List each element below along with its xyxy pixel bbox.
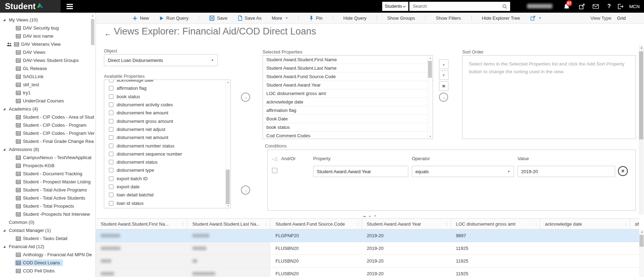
- column-menu-icon[interactable]: ⋮: [181, 221, 186, 227]
- available-property[interactable]: loan id status: [104, 199, 230, 207]
- checkbox[interactable]: [109, 193, 113, 197]
- query-panel-scrollbar[interactable]: ▲: [639, 45, 644, 215]
- messages-button[interactable]: [592, 3, 599, 10]
- checkbox[interactable]: [109, 119, 113, 124]
- column-menu-icon[interactable]: ⋮: [534, 221, 538, 227]
- sidebar-item[interactable]: DAV Security bug: [0, 24, 95, 32]
- available-property[interactable]: disbursement activity codes: [104, 101, 230, 109]
- selected-property[interactable]: Student Award.Student.Last Name: [263, 64, 433, 73]
- sidebar-item[interactable]: Student - Total Prospects: [0, 202, 95, 210]
- sidebar-item[interactable]: SAGLLink: [0, 73, 95, 81]
- scroll-down-icon[interactable]: ▼: [429, 135, 432, 138]
- sidebar-group[interactable]: ◢Admissions (8): [0, 145, 95, 153]
- help-button[interactable]: ?: [606, 3, 613, 10]
- save-button[interactable]: Save: [209, 15, 228, 21]
- scrollbar-thumb[interactable]: [639, 235, 644, 247]
- sidebar-item[interactable]: DAV test name: [0, 32, 95, 40]
- sidebar-item[interactable]: Student -Prospects Not Interview: [0, 210, 95, 218]
- context-selector[interactable]: Students: [382, 2, 408, 11]
- save-as-button[interactable]: Save As: [238, 15, 262, 21]
- available-property[interactable]: disbursement status: [104, 158, 230, 166]
- selected-property[interactable]: acknowledge date: [263, 98, 433, 106]
- available-property[interactable]: acknowledge date: [104, 80, 230, 84]
- hide-query-button[interactable]: Hide Query: [343, 15, 367, 21]
- condition-operator-select[interactable]: equals ▼: [412, 166, 514, 177]
- checkbox[interactable]: [109, 176, 113, 181]
- sidebar-item[interactable]: DAV-Views Student Groups: [0, 56, 95, 64]
- add-condition-row-icon[interactable]: [272, 157, 278, 163]
- view-type-value[interactable]: Grid: [617, 15, 626, 21]
- scroll-up-icon[interactable]: ▲: [640, 230, 643, 233]
- expander-icon[interactable]: ◢: [3, 19, 6, 21]
- selected-property[interactable]: Cod Comment Codes: [263, 132, 433, 139]
- more-button[interactable]: More▼: [272, 15, 288, 21]
- share-external-button[interactable]: [578, 3, 585, 10]
- sidebar-item[interactable]: Student - Document Tracking: [0, 170, 95, 178]
- checkbox[interactable]: [109, 94, 113, 99]
- scroll-down-icon[interactable]: ▼: [227, 204, 229, 207]
- sidebar-item[interactable]: DAV Views: [0, 48, 95, 56]
- open-new-window-button[interactable]: ▼: [530, 15, 541, 21]
- sidebar-item[interactable]: Student - CIP Codes - Program Ver: [0, 129, 95, 137]
- sidebar-item[interactable]: Student - Tasks Detail: [0, 234, 95, 243]
- sidebar-group[interactable]: ◢Academics (4): [0, 105, 95, 113]
- available-property[interactable]: disbursement gross amount: [104, 117, 230, 125]
- available-property[interactable]: disbursement fee amount: [104, 109, 230, 117]
- sidebar-item[interactable]: Student - CIP Codes - Program: [0, 121, 95, 129]
- hide-explorer-tree-button[interactable]: Hide Explorer Tree: [482, 15, 520, 21]
- sidebar-item[interactable]: DAV Veterans View: [0, 40, 95, 48]
- run-query-button[interactable]: Run Query: [159, 15, 188, 21]
- checkbox[interactable]: [109, 111, 113, 115]
- checkbox[interactable]: [109, 168, 113, 172]
- checkbox[interactable]: [109, 135, 113, 140]
- sidebar-group[interactable]: ◢Financial Aid (12): [0, 243, 95, 251]
- column-menu-icon[interactable]: ⋮: [355, 221, 360, 227]
- condition-row-checkbox[interactable]: [272, 168, 277, 173]
- sidebar-scrollbar-thumb[interactable]: [91, 19, 94, 45]
- checkbox[interactable]: [109, 201, 113, 206]
- show-filters-button[interactable]: Show Filters: [436, 15, 461, 21]
- checkbox[interactable]: [109, 160, 113, 164]
- available-property[interactable]: export batch ID: [104, 175, 230, 183]
- sidebar-item[interactable]: CampusNexus - TestViewApplicat: [0, 153, 95, 162]
- scrollbar-thumb[interactable]: [226, 170, 230, 204]
- remove-property-button[interactable]: ✕: [439, 81, 448, 91]
- selected-property[interactable]: Student Award.Student.First Name: [263, 56, 433, 64]
- move-property-down-button[interactable]: ▼: [439, 70, 448, 80]
- sidebar-item[interactable]: Student - Prospect Master Listing: [0, 178, 95, 186]
- available-property[interactable]: affirmation flag: [104, 84, 230, 92]
- selected-property[interactable]: affirmation flag: [263, 106, 433, 115]
- available-property[interactable]: export date: [104, 183, 230, 191]
- column-menu-icon[interactable]: ⋮: [264, 221, 269, 227]
- sidebar-item[interactable]: Student - Total Active Students: [0, 194, 95, 202]
- search-input[interactable]: [412, 4, 502, 9]
- object-dropdown[interactable]: Direct Loan Disbursements ▼: [104, 54, 218, 66]
- selected-property[interactable]: book status: [263, 123, 433, 132]
- move-property-up-button[interactable]: ▲: [439, 59, 448, 69]
- table-row[interactable]: FLUSBN202019-2011925: [96, 242, 639, 255]
- checkbox[interactable]: [109, 184, 113, 189]
- checkbox[interactable]: [109, 86, 113, 90]
- condition-property-input[interactable]: [313, 166, 408, 177]
- checkbox[interactable]: [109, 152, 113, 156]
- splitter-up-icon[interactable]: ▲: [369, 215, 371, 217]
- sidebar-item[interactable]: Student - Total Active Programs: [0, 186, 95, 194]
- expander-icon[interactable]: ◢: [3, 108, 6, 111]
- grid-column-header[interactable]: Student Award.Student.First Na...⋮: [96, 219, 187, 229]
- available-property[interactable]: disbursement sequence number: [104, 150, 230, 158]
- app-logo[interactable]: Student: [0, 0, 61, 13]
- sidebar-item[interactable]: COD Pell Disbs: [0, 267, 95, 275]
- grid-column-header[interactable]: LOC disbursement gross amt⋮: [451, 219, 540, 229]
- sign-out-button[interactable]: [617, 3, 624, 10]
- sidebar-scroll-up-icon[interactable]: ▲: [91, 14, 94, 17]
- expander-icon[interactable]: ◢: [3, 229, 6, 232]
- sidebar-item[interactable]: sbf_test: [0, 81, 95, 89]
- scroll-up-icon[interactable]: ▲: [640, 46, 643, 49]
- available-properties-scrollbar[interactable]: ▲ ▼: [225, 80, 230, 208]
- selected-property[interactable]: Student Award.Fund Source.Code: [263, 73, 433, 81]
- column-menu-icon[interactable]: ⋮: [445, 221, 449, 227]
- hamburger-menu-button[interactable]: [61, 0, 79, 13]
- scrollbar-thumb[interactable]: [639, 51, 643, 139]
- new-button[interactable]: New: [132, 15, 149, 21]
- sidebar-item[interactable]: UnderGrad Courses: [0, 97, 95, 105]
